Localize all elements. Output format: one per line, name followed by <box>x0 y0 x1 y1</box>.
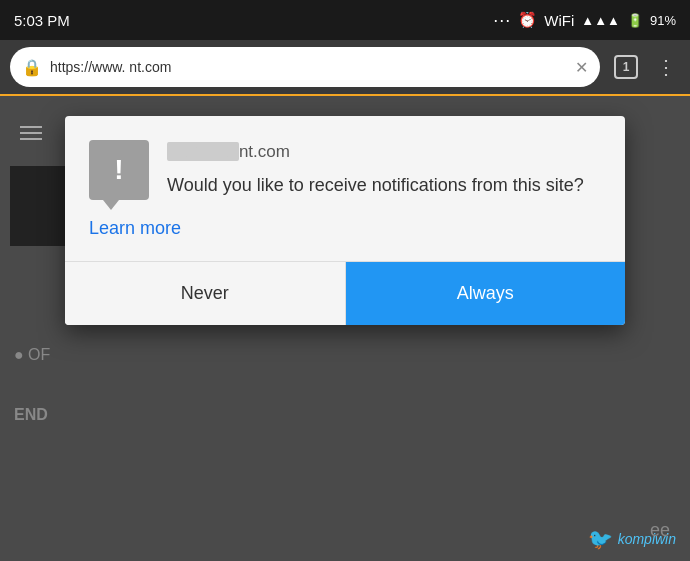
kompiwin-text: kompiwin <box>618 531 676 547</box>
status-icons: ··· ⏰ WiFi ▲▲▲ 🔋 91% <box>493 10 676 31</box>
wifi-icon: WiFi <box>544 12 574 29</box>
url-text: https://www. nt.com <box>50 59 567 75</box>
dialog-overlay: ! ■■■■■■■nt.com Would you like to receiv… <box>0 96 690 561</box>
exclamation-icon: ! <box>114 156 123 184</box>
clear-icon[interactable]: ✕ <box>575 58 588 77</box>
battery-percent: 91% <box>650 13 676 28</box>
learn-more-link[interactable]: Learn more <box>89 218 181 238</box>
url-bar[interactable]: 🔒 https://www. nt.com ✕ <box>10 47 600 87</box>
lock-icon: 🔒 <box>22 58 42 77</box>
never-button[interactable]: Never <box>65 262 346 325</box>
notification-icon: ! <box>89 140 149 200</box>
dialog-buttons: Never Always <box>65 261 625 325</box>
status-bar: 5:03 PM ··· ⏰ WiFi ▲▲▲ 🔋 91% <box>0 0 690 40</box>
dialog-message: Would you like to receive notifications … <box>167 172 601 198</box>
dialog-body: ! ■■■■■■■nt.com Would you like to receiv… <box>65 116 625 200</box>
site-name-blurred: ■■■■■■■ <box>167 142 239 161</box>
kompiwin-watermark: 🐦 kompiwin <box>588 527 676 551</box>
signal-icon: ▲▲▲ <box>581 13 620 28</box>
browser-bar: 🔒 https://www. nt.com ✕ 1 ⋮ <box>0 40 690 96</box>
dialog-text: ■■■■■■■nt.com Would you like to receive … <box>167 140 601 198</box>
tab-count: 1 <box>623 60 630 74</box>
menu-icon[interactable]: ⋮ <box>652 55 680 79</box>
status-time: 5:03 PM <box>14 12 70 29</box>
dialog-site-name: ■■■■■■■nt.com <box>167 142 601 162</box>
dialog-learn-more-section: Learn more <box>65 200 625 261</box>
kompiwin-bird-icon: 🐦 <box>588 527 613 551</box>
always-button[interactable]: Always <box>346 262 626 325</box>
more-icon: ··· <box>493 10 511 31</box>
clock-icon: ⏰ <box>518 11 537 29</box>
notification-dialog: ! ■■■■■■■nt.com Would you like to receiv… <box>65 116 625 325</box>
battery-icon: 🔋 <box>627 13 643 28</box>
tab-count-box: 1 <box>614 55 638 79</box>
tab-button[interactable]: 1 <box>608 49 644 85</box>
